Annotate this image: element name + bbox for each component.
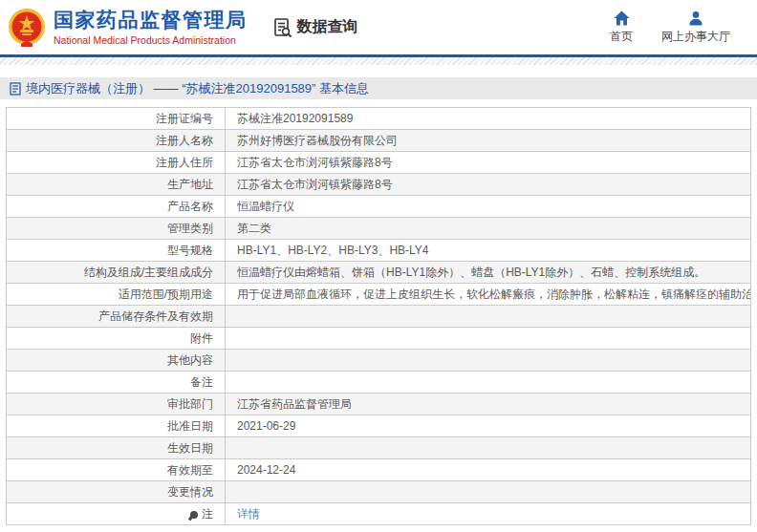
table-row: 管理类别第二类	[7, 218, 751, 240]
hatch-band	[0, 57, 757, 65]
data-query-label: 数据查询	[297, 17, 358, 37]
table-row: 结构及组成/主要组成成分恒温蜡疗仪由熔蜡箱、饼箱（HB-LY1除外）、蜡盘（HB…	[7, 262, 751, 284]
row-value: 苏州好博医疗器械股份有限公司	[226, 130, 751, 152]
row-label: 注册人住所	[7, 152, 226, 174]
national-emblem-icon	[8, 8, 46, 48]
page-title-bar: 境内医疗器械（注册） —— “苏械注准20192091589” 基本信息	[0, 77, 757, 99]
nav-home-label: 首页	[610, 29, 633, 45]
data-query-button[interactable]: 数据查询	[272, 17, 358, 38]
row-value: 第二类	[226, 218, 751, 240]
table-row: 产品名称恒温蜡疗仪	[7, 196, 751, 218]
row-label: 型号规格	[7, 240, 226, 262]
row-label: 注册人名称	[7, 130, 226, 152]
row-value	[226, 372, 751, 394]
table-row: 产品储存条件及有效期	[7, 306, 751, 328]
row-label: 附件	[7, 328, 226, 350]
row-value	[226, 350, 751, 372]
note-label: 注	[202, 507, 213, 521]
table-row: 其他内容	[7, 350, 751, 372]
row-value: 2024-12-24	[226, 459, 751, 481]
nav-item-service-hall[interactable]: 网上办事大厅	[661, 11, 730, 45]
row-value: 2021-06-29	[226, 415, 751, 437]
nmpa-logo[interactable]: 国家药品监督管理局 National Medical Products Admi…	[8, 8, 248, 48]
site-subtitle: National Medical Products Administration	[54, 34, 248, 46]
table-row: 注册人名称苏州好博医疗器械股份有限公司	[7, 130, 751, 152]
page-title: 境内医疗器械（注册） —— “苏械注准20192091589” 基本信息	[26, 80, 369, 97]
row-label: 管理类别	[7, 218, 226, 240]
row-label: 变更情况	[7, 481, 226, 503]
table-row: 注 详情	[7, 503, 751, 525]
nav-service-hall-label: 网上办事大厅	[661, 29, 730, 45]
document-search-icon	[272, 17, 293, 38]
row-value	[226, 481, 751, 503]
nav-item-home[interactable]: 首页	[610, 11, 633, 45]
table-row: 备注	[7, 372, 751, 394]
table-row: 生效日期	[7, 437, 751, 459]
row-label: 审批部门	[7, 394, 226, 415]
row-value: 江苏省太仓市浏河镇紫藤路8号	[226, 174, 751, 196]
row-label: 其他内容	[7, 350, 226, 372]
table-row: 审批部门江苏省药品监督管理局	[7, 394, 751, 415]
row-value: 详情	[226, 503, 751, 525]
row-label: 注册证编号	[7, 108, 226, 130]
row-label: 生产地址	[7, 174, 226, 196]
user-icon	[688, 11, 703, 26]
row-label: 产品名称	[7, 196, 226, 218]
row-label: 适用范围/预期用途	[7, 284, 226, 306]
table-row: 生产地址江苏省太仓市浏河镇紫藤路8号	[7, 174, 751, 196]
row-label: 有效期至	[7, 459, 226, 481]
row-value: 恒温蜡疗仪	[226, 196, 751, 218]
brand-text: 国家药品监督管理局 National Medical Products Admi…	[54, 9, 248, 45]
row-value	[226, 328, 751, 350]
details-link[interactable]: 详情	[237, 507, 260, 521]
table-row: 注册证编号苏械注准20192091589	[7, 108, 751, 130]
row-label: 备注	[7, 372, 226, 394]
row-value: 江苏省太仓市浏河镇紫藤路8号	[226, 152, 751, 174]
header-nav: 首页 网上办事大厅	[610, 11, 744, 45]
site-title: 国家药品监督管理局	[54, 9, 248, 32]
row-label: 产品储存条件及有效期	[7, 306, 226, 328]
table-row: 批准日期2021-06-29	[7, 415, 751, 437]
note-icon	[190, 511, 198, 519]
row-label: 生效日期	[7, 437, 226, 459]
table-row: 变更情况	[7, 481, 751, 503]
registration-info-table: 注册证编号苏械注准20192091589 注册人名称苏州好博医疗器械股份有限公司…	[6, 107, 751, 525]
row-value: 江苏省药品监督管理局	[226, 394, 751, 415]
row-value	[226, 306, 751, 328]
site-header: 国家药品监督管理局 National Medical Products Admi…	[0, 0, 757, 54]
row-value	[226, 437, 751, 459]
row-value: 苏械注准20192091589	[226, 108, 751, 130]
home-icon	[614, 11, 630, 26]
row-value: 恒温蜡疗仪由熔蜡箱、饼箱（HB-LY1除外）、蜡盘（HB-LY1除外）、石蜡、控…	[226, 262, 751, 284]
row-label-note: 注	[7, 503, 226, 525]
row-label: 批准日期	[7, 415, 226, 437]
table-row: 注册人住所江苏省太仓市浏河镇紫藤路8号	[7, 152, 751, 174]
table-row: 型号规格HB-LY1、HB-LY2、HB-LY3、HB-LY4	[7, 240, 751, 262]
table-row: 适用范围/预期用途用于促进局部血液循环，促进上皮组织生长，软化松解瘢痕，消除肿胀…	[7, 284, 751, 306]
row-label: 结构及组成/主要组成成分	[7, 262, 226, 284]
table-row: 附件	[7, 328, 751, 350]
row-value: HB-LY1、HB-LY2、HB-LY3、HB-LY4	[226, 240, 751, 262]
table-row: 有效期至2024-12-24	[7, 459, 751, 481]
page-doc-icon	[10, 82, 21, 96]
row-value: 用于促进局部血液循环，促进上皮组织生长，软化松解瘢痕，消除肿胀，松解粘连，镇痛解…	[226, 284, 751, 306]
